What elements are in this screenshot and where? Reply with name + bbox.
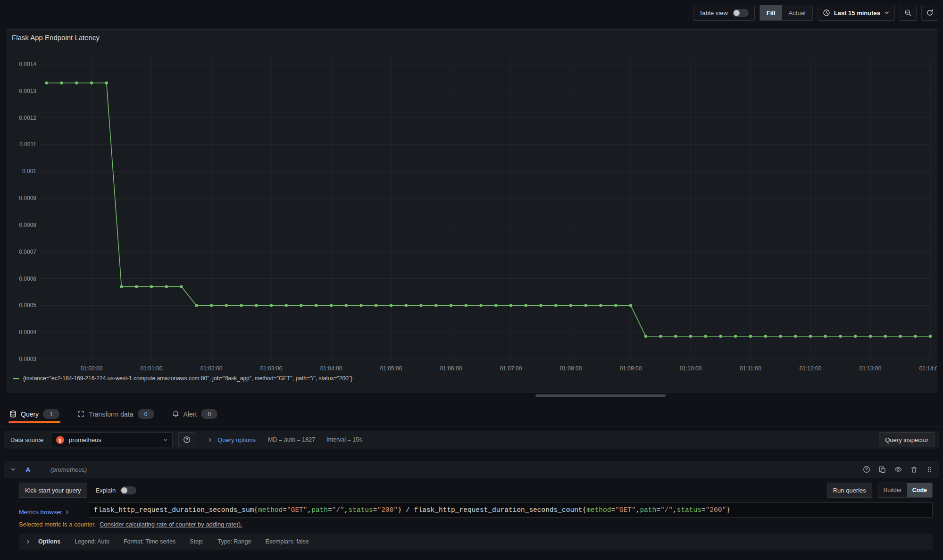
horizontal-scrollbar[interactable] bbox=[535, 394, 666, 397]
query-ref-label: A bbox=[25, 466, 31, 474]
tab-transform-label: Transform data bbox=[89, 410, 133, 418]
database-icon bbox=[9, 410, 17, 418]
legend-series-marker bbox=[13, 378, 19, 379]
tab-transform-data[interactable]: Transform data 0 bbox=[76, 409, 155, 426]
grafana-panel-editor: Table view Fill Actual Last 15 minutes F… bbox=[0, 0, 943, 560]
fill-button[interactable]: Fill bbox=[760, 5, 782, 20]
options-label: Options bbox=[38, 538, 60, 545]
table-view-toggle[interactable] bbox=[733, 9, 749, 17]
fill-actual-group: Fill Actual bbox=[759, 5, 813, 21]
tab-alert-count: 0 bbox=[201, 409, 217, 419]
query-expression[interactable]: flask_http_request_duration_seconds_sum{… bbox=[89, 502, 933, 518]
zoom-out-icon bbox=[904, 9, 912, 17]
tab-alert[interactable]: Alert 0 bbox=[171, 409, 219, 426]
datasource-label: Data source bbox=[10, 436, 43, 443]
datasource-value: prometheus bbox=[69, 436, 159, 443]
options-step: Step: bbox=[190, 538, 203, 545]
svg-text:01:14:00: 01:14:00 bbox=[919, 365, 937, 372]
options-row[interactable]: Options Legend: Auto Format: Time series… bbox=[19, 534, 933, 550]
query-row-body: Kick start your query Explain Run querie… bbox=[4, 478, 939, 550]
svg-text:0.0006: 0.0006 bbox=[19, 276, 36, 282]
svg-text:0.0005: 0.0005 bbox=[19, 302, 36, 309]
svg-text:01:10:00: 01:10:00 bbox=[680, 365, 702, 372]
tab-query-label: Query bbox=[21, 410, 39, 418]
latency-chart: 0.00140.00130.00120.00110.0010.00090.000… bbox=[7, 30, 937, 392]
svg-text:0.0012: 0.0012 bbox=[19, 115, 36, 121]
query-controls-row: Kick start your query Explain Run querie… bbox=[19, 483, 933, 498]
query-row-actions bbox=[863, 466, 933, 473]
query-help-button[interactable] bbox=[863, 466, 870, 473]
duplicate-query-button[interactable] bbox=[879, 466, 886, 473]
svg-text:01:08:00: 01:08:00 bbox=[560, 365, 582, 372]
chevron-right-icon bbox=[25, 539, 31, 544]
chevron-down-icon bbox=[884, 10, 890, 16]
transform-icon bbox=[77, 410, 84, 418]
svg-text:01:06:00: 01:06:00 bbox=[440, 365, 462, 372]
time-range-label: Last 15 minutes bbox=[834, 9, 880, 17]
svg-text:0.0007: 0.0007 bbox=[19, 249, 36, 255]
explain-toggle[interactable] bbox=[120, 486, 136, 494]
prometheus-icon bbox=[56, 435, 65, 444]
clock-icon bbox=[823, 9, 830, 17]
builder-code-group: Builder Code bbox=[878, 483, 933, 498]
svg-text:0.001: 0.001 bbox=[22, 168, 36, 175]
svg-text:0.0009: 0.0009 bbox=[19, 195, 36, 201]
warning-text: Selected metric is a counter. bbox=[19, 521, 96, 528]
top-toolbar: Table view Fill Actual Last 15 minutes bbox=[693, 5, 938, 21]
svg-text:01:01:00: 01:01:00 bbox=[141, 365, 163, 372]
svg-text:01:04:00: 01:04:00 bbox=[320, 365, 342, 372]
kick-start-query-button[interactable]: Kick start your query bbox=[19, 483, 87, 498]
drag-handle[interactable] bbox=[926, 466, 933, 473]
query-options-label: Query options bbox=[217, 436, 256, 443]
svg-text:01:09:00: 01:09:00 bbox=[620, 365, 642, 372]
svg-text:01:03:00: 01:03:00 bbox=[260, 365, 283, 372]
table-view-group: Table view bbox=[693, 5, 755, 21]
table-view-label: Table view bbox=[699, 9, 728, 17]
zoom-out-button[interactable] bbox=[900, 5, 917, 21]
svg-text:01:07:00: 01:07:00 bbox=[500, 365, 522, 372]
refresh-button[interactable] bbox=[921, 5, 938, 21]
code-button[interactable]: Code bbox=[907, 483, 932, 497]
legend-series-label: {instance="ec2-184-169-216-224.us-west-1… bbox=[23, 375, 352, 382]
warning-rate-link[interactable]: Consider calculating rate of counter by … bbox=[100, 521, 242, 528]
explain-group: Explain bbox=[96, 486, 137, 494]
svg-text:0.0013: 0.0013 bbox=[19, 88, 36, 94]
chevron-down-icon bbox=[163, 437, 168, 443]
svg-text:0.0003: 0.0003 bbox=[19, 356, 36, 362]
datasource-select[interactable]: prometheus bbox=[51, 432, 173, 447]
svg-text:01:00:00: 01:00:00 bbox=[81, 365, 103, 372]
svg-text:0.0004: 0.0004 bbox=[19, 329, 36, 335]
timeseries-panel: Flask App Endpoint Latency 0.00140.00130… bbox=[7, 29, 937, 393]
options-exemplars: Exemplars: false bbox=[265, 538, 309, 545]
query-options-toggle[interactable]: Query options bbox=[208, 436, 256, 443]
collapse-chevron-icon[interactable] bbox=[10, 467, 16, 472]
remove-query-button[interactable] bbox=[910, 466, 918, 473]
tab-query[interactable]: Query 1 bbox=[8, 409, 60, 426]
svg-text:01:12:00: 01:12:00 bbox=[800, 365, 822, 372]
chevron-right-icon bbox=[208, 437, 213, 443]
run-queries-button[interactable]: Run queries bbox=[827, 483, 872, 498]
query-editor-card: A (prometheus) Kick start your query bbox=[4, 461, 939, 550]
tab-alert-label: Alert bbox=[184, 410, 197, 418]
svg-text:01:02:00: 01:02:00 bbox=[200, 365, 223, 372]
chevron-right-icon bbox=[65, 510, 70, 515]
svg-text:0.0014: 0.0014 bbox=[19, 61, 36, 67]
metrics-browser-toggle[interactable]: Metrics browser bbox=[19, 502, 89, 518]
legend-item[interactable]: {instance="ec2-184-169-216-224.us-west-1… bbox=[13, 375, 352, 382]
refresh-icon bbox=[926, 9, 934, 17]
time-range-picker[interactable]: Last 15 minutes bbox=[818, 5, 895, 21]
editor-section: Query 1 Transform data 0 Alert 0 Data so… bbox=[0, 400, 943, 550]
tab-query-count: 1 bbox=[43, 409, 59, 419]
options-legend: Legend: Auto bbox=[75, 538, 109, 545]
builder-button[interactable]: Builder bbox=[878, 483, 907, 497]
query-inspector-button[interactable]: Query inspector bbox=[879, 432, 935, 447]
datasource-help-button[interactable] bbox=[178, 432, 195, 447]
actual-button[interactable]: Actual bbox=[782, 5, 812, 20]
tab-transform-count: 0 bbox=[138, 409, 154, 419]
svg-text:0.0008: 0.0008 bbox=[19, 222, 36, 228]
expression-editor-row: Metrics browser flask_http_request_durat… bbox=[19, 502, 933, 518]
svg-text:01:13:00: 01:13:00 bbox=[860, 365, 882, 372]
svg-text:01:05:00: 01:05:00 bbox=[380, 365, 402, 372]
svg-text:01:11:00: 01:11:00 bbox=[740, 365, 761, 372]
hide-query-button[interactable] bbox=[894, 466, 902, 473]
